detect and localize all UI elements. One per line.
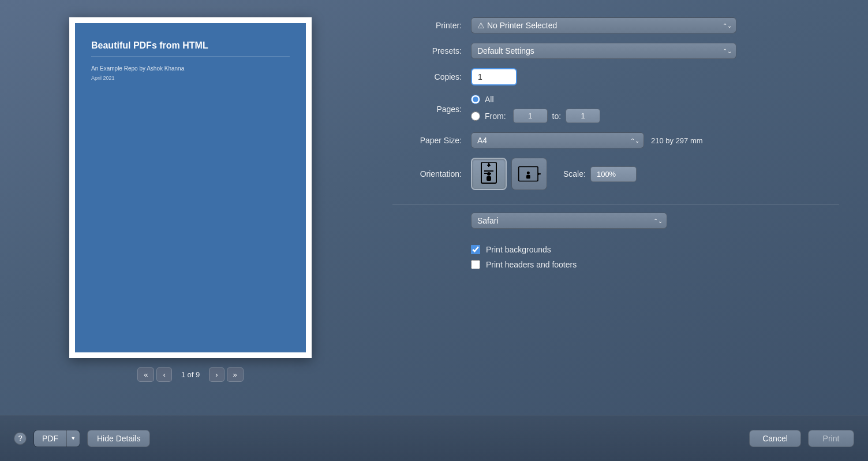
svg-rect-3 (484, 170, 493, 172)
page-preview: Beautiful PDFs from HTML An Example Repo… (69, 17, 312, 358)
last-page-button[interactable]: » (227, 367, 244, 382)
app-select[interactable]: Safari Layout Color Matching Paper Handl… (471, 213, 667, 229)
doc-subtitle: An Example Repo by Ashok Khanna (91, 65, 290, 72)
print-headers-label[interactable]: Print headers and footers (486, 260, 577, 269)
presets-select[interactable]: Default Settings (471, 43, 736, 59)
preview-panel: Beautiful PDFs from HTML An Example Repo… (12, 12, 369, 415)
page-range-inputs: to: (513, 109, 601, 123)
svg-rect-11 (526, 175, 530, 179)
orientation-label: Orientation: (392, 169, 462, 179)
pages-radio-group: All From: to: (471, 95, 600, 123)
printer-select[interactable]: ⚠ No Printer Selected (471, 17, 736, 34)
safari-select-wrapper[interactable]: Safari Layout Color Matching Paper Handl… (471, 213, 667, 229)
pages-row: Pages: All From: to: (392, 95, 839, 123)
pages-to-input[interactable] (566, 109, 600, 123)
pages-range-radio[interactable] (471, 111, 480, 121)
checkbox-group: Print backgrounds Print headers and foot… (471, 245, 839, 269)
app-dropdown-row: Safari Layout Color Matching Paper Handl… (392, 213, 839, 229)
pages-from-input[interactable] (513, 109, 548, 123)
print-button[interactable]: Print (808, 430, 854, 447)
print-backgrounds-checkbox[interactable] (471, 245, 480, 254)
page-indicator: 1 of 9 (174, 370, 207, 379)
orientation-wrapper: Scale: (471, 158, 637, 190)
copies-label: Copies: (392, 72, 462, 81)
pdf-arrow-button[interactable]: ▾ (67, 430, 80, 447)
printer-row: Printer: ⚠ No Printer Selected (392, 17, 839, 34)
presets-select-wrapper[interactable]: Default Settings (471, 43, 736, 59)
landscape-icon (518, 165, 541, 183)
pages-from-label[interactable]: From: (485, 111, 506, 121)
paper-size-select[interactable]: A4 US Letter US Legal A3 (471, 132, 644, 148)
prev-page-button[interactable]: ‹ (156, 367, 171, 382)
landscape-button[interactable] (511, 158, 547, 190)
presets-row: Presets: Default Settings (392, 43, 839, 59)
paper-size-row: Paper Size: A4 US Letter US Legal A3 210… (392, 132, 839, 148)
print-backgrounds-row: Print backgrounds (471, 245, 839, 254)
paper-size-label: Paper Size: (392, 136, 462, 145)
svg-point-10 (527, 172, 530, 174)
portrait-button[interactable] (471, 158, 507, 190)
svg-marker-9 (538, 173, 541, 176)
paper-size-dimensions: 210 by 297 mm (651, 136, 703, 145)
pages-all-radio[interactable] (471, 95, 480, 104)
help-button[interactable]: ? (14, 432, 27, 445)
paper-size-select-wrapper[interactable]: A4 US Letter US Legal A3 (471, 132, 644, 148)
portrait-icon (480, 162, 498, 185)
pages-all-row: All (471, 95, 600, 104)
bottom-bar: ? PDF ▾ Hide Details Cancel Print (0, 415, 868, 461)
printer-select-wrapper[interactable]: ⚠ No Printer Selected (471, 17, 736, 34)
print-backgrounds-label[interactable]: Print backgrounds (486, 245, 551, 254)
separator (392, 204, 839, 205)
copies-input[interactable] (471, 68, 517, 85)
scale-input[interactable] (590, 166, 637, 182)
copies-row: Copies: (392, 68, 839, 85)
printer-label: Printer: (392, 21, 462, 30)
first-page-button[interactable]: « (137, 367, 154, 382)
next-page-button[interactable]: › (209, 367, 224, 382)
doc-date: April 2021 (91, 75, 290, 81)
svg-point-5 (487, 172, 491, 176)
pages-label: Pages: (392, 105, 462, 114)
controls-panel: Printer: ⚠ No Printer Selected Presets: … (369, 12, 856, 415)
page-inner: Beautiful PDFs from HTML An Example Repo… (75, 23, 306, 352)
hide-details-button[interactable]: Hide Details (87, 430, 150, 447)
cancel-button[interactable]: Cancel (749, 430, 801, 447)
print-headers-checkbox[interactable] (471, 260, 480, 269)
pages-to-label: to: (552, 111, 562, 121)
presets-label: Presets: (392, 46, 462, 55)
pdf-button-group: PDF ▾ (33, 430, 80, 447)
svg-rect-6 (487, 176, 491, 181)
pages-range-row: From: to: (471, 109, 600, 123)
print-headers-row: Print headers and footers (471, 260, 839, 269)
page-navigation: « ‹ 1 of 9 › » (137, 367, 244, 382)
pdf-button[interactable]: PDF (34, 430, 67, 447)
bottom-right: Cancel Print (749, 430, 854, 447)
bottom-left: ? PDF ▾ Hide Details (14, 430, 150, 447)
doc-title: Beautiful PDFs from HTML (91, 40, 290, 57)
pages-all-label[interactable]: All (485, 95, 494, 104)
scale-label: Scale: (563, 169, 586, 179)
paper-size-wrapper: A4 US Letter US Legal A3 210 by 297 mm (471, 132, 703, 148)
scale-group: Scale: (563, 166, 637, 182)
orientation-row: Orientation: (392, 158, 839, 190)
